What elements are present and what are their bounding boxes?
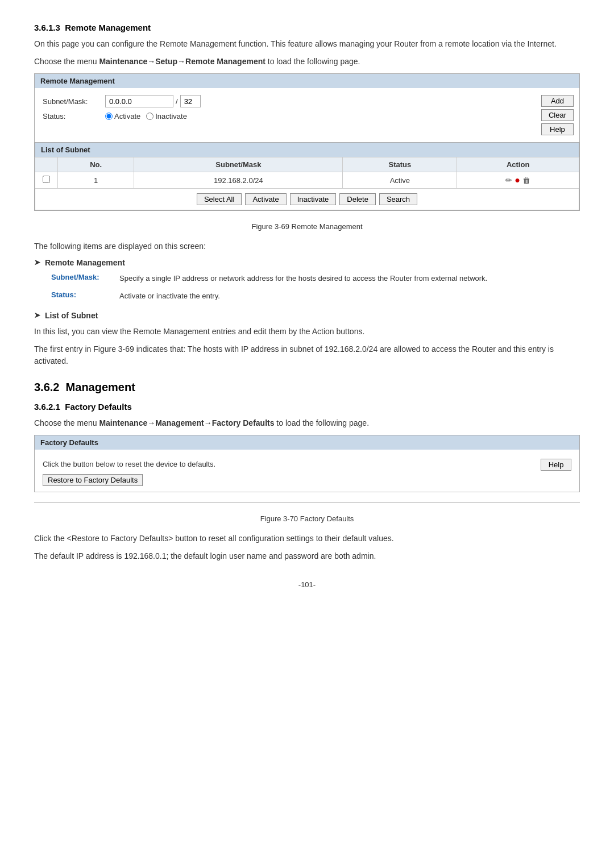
col-no: No. bbox=[58, 157, 134, 172]
row-no: 1 bbox=[58, 172, 134, 189]
factory-help-area: Help bbox=[541, 459, 571, 471]
row-subnet: 192.168.2.0/24 bbox=[134, 172, 343, 189]
panel-button-group: Add Clear Help bbox=[541, 88, 579, 142]
factory-click-text: Click the button below to reset the devi… bbox=[43, 459, 215, 470]
activate-radio[interactable] bbox=[105, 113, 113, 120]
section-361-3-title: 3.6.1.3 Remote Management bbox=[34, 23, 580, 32]
subnet-row: Subnet/Mask: / bbox=[43, 95, 533, 107]
mask-input[interactable] bbox=[180, 95, 201, 107]
subnet-input[interactable] bbox=[105, 95, 173, 107]
status-desc-row: Status: Activate or inactivate the entry… bbox=[51, 290, 580, 302]
bullet-list-subnet: ➤ List of Subnet bbox=[34, 311, 580, 320]
list-of-subnet-header: List of Subnet bbox=[35, 142, 579, 157]
subnet-input-group: / bbox=[105, 95, 201, 107]
factory-desc1: Click the <Restore to Factory Defaults> … bbox=[34, 533, 580, 545]
delete-button[interactable]: Delete bbox=[339, 193, 376, 205]
subnet-term: Subnet/Mask: bbox=[51, 273, 119, 284]
separator bbox=[34, 502, 580, 503]
col-subnet-mask: Subnet/Mask bbox=[134, 157, 343, 172]
status-label: Status: bbox=[43, 112, 105, 121]
table-header-row: No. Subnet/Mask Status Action bbox=[35, 157, 579, 172]
inactivate-radio[interactable] bbox=[146, 113, 154, 120]
subnet-label: Subnet/Mask: bbox=[43, 97, 105, 106]
status-term: Status: bbox=[51, 290, 119, 302]
edit-icon[interactable]: ✏ bbox=[505, 176, 512, 185]
status-radio-group: Activate Inactivate bbox=[105, 112, 187, 121]
row-action: ✏ ● 🗑 bbox=[457, 172, 579, 189]
page-number: -101- bbox=[34, 579, 580, 591]
activate-radio-label[interactable]: Activate bbox=[105, 112, 140, 121]
disable-icon[interactable]: ● bbox=[515, 175, 520, 185]
col-checkbox bbox=[35, 157, 58, 172]
search-button[interactable]: Search bbox=[379, 193, 417, 205]
status-row: Status: Activate Inactivate bbox=[43, 112, 533, 121]
figure-69-caption: Figure 3-69 Remote Management bbox=[34, 221, 580, 232]
bullet-remote-management: ➤ Remote Management bbox=[34, 258, 580, 267]
subnet-desc-row: Subnet/Mask: Specify a single IP address… bbox=[51, 273, 580, 284]
factory-help-button[interactable]: Help bbox=[541, 459, 571, 471]
row-checkbox[interactable] bbox=[43, 176, 50, 183]
subnet-def: Specify a single IP address or network a… bbox=[119, 273, 580, 284]
activate-button[interactable]: Activate bbox=[245, 193, 286, 205]
col-action: Action bbox=[457, 157, 579, 172]
row-checkbox-cell[interactable] bbox=[35, 172, 58, 189]
section-361-3-intro: On this page you can configure the Remot… bbox=[34, 38, 580, 50]
section-3621-title: 3.6.2.1 Factory Defaults bbox=[34, 402, 580, 412]
clear-button[interactable]: Clear bbox=[541, 109, 574, 121]
factory-left-content: Click the button below to reset the devi… bbox=[43, 459, 215, 487]
bottom-button-bar: Select All Activate Inactivate Delete Se… bbox=[35, 189, 579, 210]
status-def: Activate or inactivate the entry. bbox=[119, 290, 580, 302]
factory-choose-text: Choose the menu Maintenance→Management→F… bbox=[34, 417, 580, 429]
col-status: Status bbox=[343, 157, 457, 172]
choose-menu-text: Choose the menu Maintenance→Setup→Remote… bbox=[34, 56, 580, 68]
following-items-text: The following items are displayed on thi… bbox=[34, 240, 580, 252]
section-362-title: 3.6.2 Management bbox=[34, 381, 580, 394]
add-button[interactable]: Add bbox=[541, 95, 574, 107]
remote-management-panel: Remote Management Subnet/Mask: / Status: bbox=[34, 73, 580, 211]
action-icons-group: ✏ ● 🗑 bbox=[462, 175, 574, 185]
factory-desc2: The default IP address is 192.168.0.1; t… bbox=[34, 550, 580, 562]
remote-management-panel-header: Remote Management bbox=[35, 74, 579, 88]
factory-defaults-header: Factory Defaults bbox=[35, 435, 579, 450]
factory-content-row: Click the button below to reset the devi… bbox=[43, 459, 571, 487]
restore-factory-button[interactable]: Restore to Factory Defaults bbox=[43, 474, 143, 486]
figure-70-caption: Figure 3-70 Factory Defaults bbox=[34, 513, 580, 525]
inactivate-button[interactable]: Inactivate bbox=[290, 193, 337, 205]
delete-icon[interactable]: 🗑 bbox=[522, 176, 530, 185]
help-button[interactable]: Help bbox=[541, 123, 574, 135]
subnet-table: No. Subnet/Mask Status Action 1 192.168.… bbox=[35, 157, 579, 189]
table-row: 1 192.168.2.0/24 Active ✏ ● 🗑 bbox=[35, 172, 579, 189]
row-status: Active bbox=[343, 172, 457, 189]
factory-defaults-panel: Factory Defaults Click the button below … bbox=[34, 435, 580, 493]
select-all-button[interactable]: Select All bbox=[197, 193, 242, 205]
remote-management-desc: Subnet/Mask: Specify a single IP address… bbox=[51, 273, 580, 302]
list-desc1: In this list, you can view the Remote Ma… bbox=[34, 326, 580, 338]
inactivate-radio-label[interactable]: Inactivate bbox=[146, 112, 187, 121]
list-desc2: The first entry in Figure 3-69 indicates… bbox=[34, 343, 580, 367]
